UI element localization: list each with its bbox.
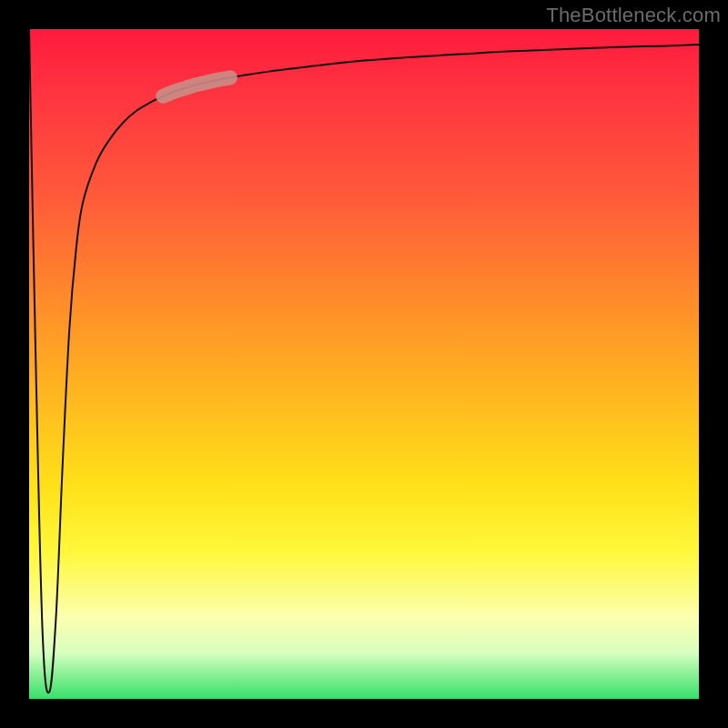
plot-area	[29, 29, 699, 699]
chart-frame: TheBottleneck.com	[0, 0, 728, 728]
highlight-capsule	[163, 77, 230, 96]
highlight-group	[163, 77, 230, 96]
chart-svg	[29, 29, 699, 699]
curve-group	[29, 29, 699, 693]
main-curve	[29, 29, 699, 693]
watermark-text: TheBottleneck.com	[546, 4, 721, 27]
